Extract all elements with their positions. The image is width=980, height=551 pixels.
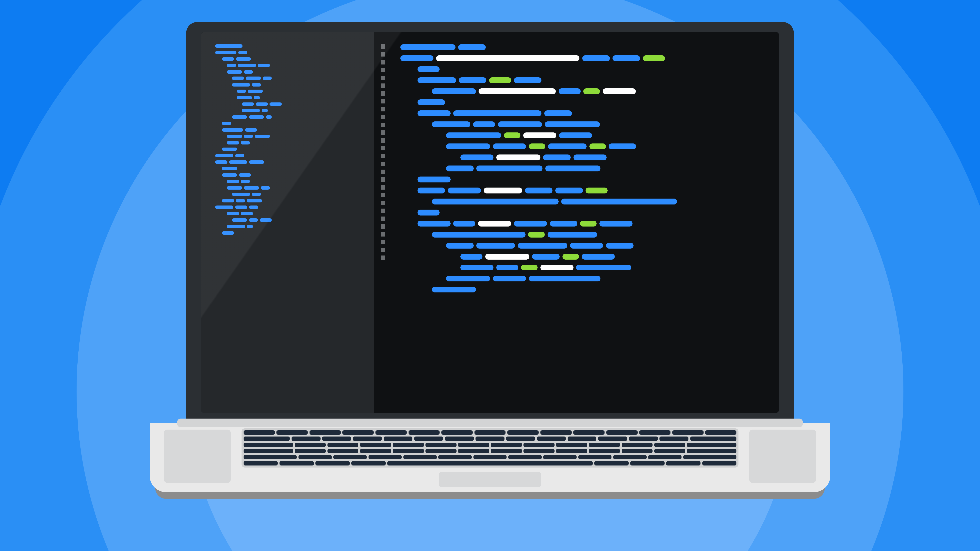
code-token bbox=[215, 154, 233, 157]
code-line bbox=[215, 225, 363, 229]
code-line bbox=[215, 90, 363, 93]
key bbox=[425, 449, 456, 453]
code-token bbox=[432, 232, 525, 237]
key bbox=[360, 449, 391, 453]
key bbox=[491, 449, 522, 453]
key bbox=[243, 443, 293, 447]
code-token bbox=[232, 76, 244, 80]
key bbox=[458, 443, 489, 447]
code-token bbox=[589, 143, 606, 149]
code-token bbox=[582, 254, 615, 259]
code-token bbox=[498, 121, 542, 127]
key bbox=[705, 430, 737, 435]
code-token bbox=[238, 51, 247, 54]
code-token bbox=[532, 254, 560, 259]
key bbox=[328, 449, 358, 453]
code-token bbox=[453, 221, 475, 226]
code-token bbox=[258, 64, 270, 67]
code-token bbox=[227, 212, 239, 215]
key bbox=[491, 443, 522, 447]
key bbox=[243, 455, 297, 460]
palmrest-right bbox=[749, 430, 816, 483]
key bbox=[506, 437, 535, 441]
key bbox=[393, 449, 424, 453]
key bbox=[537, 437, 566, 441]
key bbox=[578, 455, 612, 460]
code-token bbox=[545, 121, 600, 127]
code-line bbox=[215, 186, 363, 190]
code-line bbox=[400, 243, 768, 248]
gutter-marker bbox=[381, 177, 385, 182]
key bbox=[508, 430, 539, 435]
key bbox=[277, 430, 308, 435]
gutter-marker bbox=[381, 68, 385, 72]
code-token bbox=[479, 88, 556, 94]
code-token bbox=[242, 102, 254, 106]
key bbox=[425, 443, 456, 447]
code-line bbox=[215, 51, 363, 54]
keyboard-row bbox=[243, 449, 737, 453]
code-line bbox=[400, 132, 768, 138]
code-token bbox=[485, 254, 530, 259]
gutter-marker bbox=[381, 185, 385, 190]
code-token bbox=[229, 160, 247, 164]
code-line bbox=[215, 135, 363, 138]
gutter-marker bbox=[381, 91, 385, 96]
key bbox=[687, 443, 737, 447]
code-line bbox=[215, 128, 363, 132]
key bbox=[672, 430, 703, 435]
code-token bbox=[478, 221, 511, 226]
code-line bbox=[400, 198, 768, 204]
gutter-marker bbox=[381, 115, 385, 119]
code-token bbox=[582, 55, 610, 61]
code-token bbox=[232, 115, 247, 119]
code-token bbox=[227, 64, 236, 67]
code-token bbox=[417, 66, 439, 72]
gutter-marker bbox=[381, 256, 385, 260]
code-line bbox=[400, 55, 768, 61]
code-token bbox=[266, 115, 272, 119]
code-token bbox=[235, 154, 244, 157]
key bbox=[659, 437, 689, 441]
code-line bbox=[215, 173, 363, 177]
key bbox=[594, 461, 628, 466]
code-token bbox=[241, 141, 250, 144]
code-line bbox=[215, 44, 363, 48]
code-token bbox=[242, 109, 260, 112]
trackpad bbox=[439, 472, 541, 487]
key bbox=[629, 437, 658, 441]
code-line bbox=[400, 110, 768, 116]
code-token bbox=[543, 154, 571, 160]
code-token bbox=[232, 83, 250, 87]
keyboard-row bbox=[243, 430, 737, 435]
gutter-marker bbox=[381, 123, 385, 127]
code-line bbox=[215, 76, 363, 80]
code-line bbox=[215, 83, 363, 87]
key bbox=[690, 437, 737, 441]
code-token bbox=[473, 121, 495, 127]
code-token bbox=[262, 109, 268, 112]
gutter-marker bbox=[381, 154, 385, 158]
key bbox=[360, 443, 391, 447]
code-token bbox=[222, 231, 234, 235]
code-line bbox=[215, 167, 363, 170]
code-token bbox=[529, 143, 545, 149]
code-token bbox=[493, 276, 526, 281]
key bbox=[568, 437, 597, 441]
key bbox=[387, 461, 592, 466]
code-line bbox=[400, 287, 768, 292]
key bbox=[333, 455, 367, 460]
key bbox=[295, 443, 326, 447]
code-token bbox=[236, 199, 245, 202]
code-line bbox=[215, 193, 363, 196]
gutter-marker bbox=[381, 208, 385, 213]
code-token bbox=[493, 143, 526, 149]
code-token bbox=[523, 132, 556, 138]
code-token bbox=[244, 186, 259, 190]
gutter-marker bbox=[381, 107, 385, 111]
gutter-marker bbox=[381, 248, 385, 252]
code-line bbox=[215, 180, 363, 183]
code-token bbox=[249, 115, 264, 119]
key bbox=[508, 455, 542, 460]
key bbox=[441, 430, 473, 435]
